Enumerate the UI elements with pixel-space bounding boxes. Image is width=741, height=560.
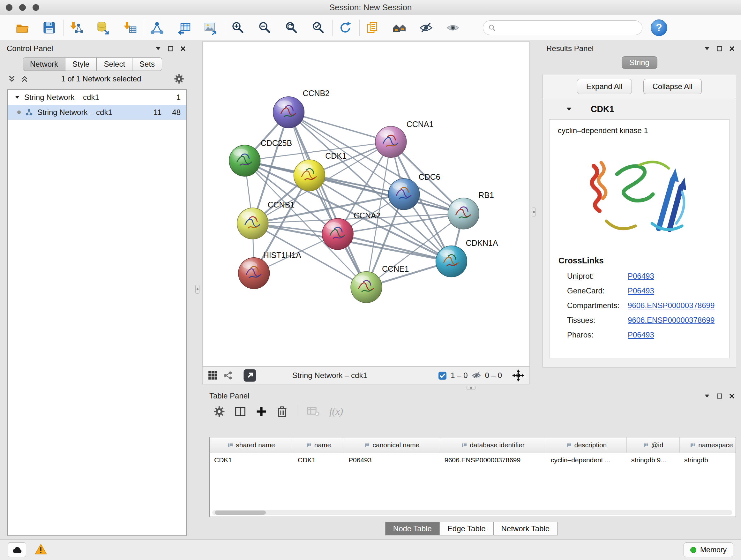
help-button[interactable]: ? (651, 19, 667, 36)
show-columns-icon[interactable] (234, 406, 246, 417)
table-cell[interactable]: P06493 (344, 456, 440, 464)
network-node-hist1h1a[interactable] (239, 258, 270, 289)
table-row[interactable]: CDK1CDK1P064939606.ENSP00000378699cyclin… (210, 453, 736, 467)
column-header-name[interactable]: name (293, 437, 344, 453)
refresh-network-button[interactable] (337, 19, 354, 36)
import-network-from-database-button[interactable] (95, 19, 111, 36)
splitter-handle[interactable] (532, 207, 536, 216)
horizontal-scrollbar[interactable] (212, 510, 732, 515)
zoom-fit-button[interactable] (283, 19, 300, 36)
crosslink-compartments[interactable]: 9606.ENSP00000378699 (628, 301, 715, 310)
open-session-button[interactable] (14, 19, 30, 36)
birds-eye-view-icon[interactable] (208, 370, 218, 381)
save-session-button[interactable] (41, 19, 57, 36)
gear-icon[interactable] (213, 406, 225, 417)
collapse-all-icon[interactable] (8, 75, 16, 83)
column-header-canonical-name[interactable]: canonical name (344, 437, 440, 453)
table-cell[interactable]: CDK1 (210, 456, 293, 464)
column-header-shared-name[interactable]: shared name (210, 437, 293, 453)
layout-button[interactable] (391, 19, 408, 36)
float-panel-icon[interactable] (717, 393, 723, 399)
window-close-button[interactable] (6, 4, 12, 11)
hide-details-button[interactable] (418, 19, 434, 36)
network-node-ccna2[interactable] (322, 219, 353, 250)
tab-string[interactable]: String (622, 56, 657, 69)
tab-network-table[interactable]: Network Table (494, 522, 558, 536)
panel-menu-icon[interactable] (704, 393, 710, 399)
warnings-button[interactable] (35, 543, 47, 556)
new-network-from-selection-button[interactable] (149, 19, 165, 36)
network-node-ccnb1[interactable] (237, 208, 268, 239)
zoom-in-button[interactable] (229, 19, 246, 36)
annotations-button[interactable] (364, 19, 381, 36)
close-panel-icon[interactable] (729, 393, 735, 399)
import-table-from-file-button[interactable] (122, 19, 138, 36)
search-input[interactable] (499, 23, 637, 32)
network-graph[interactable]: CCNB2CCNA1CDC25BCDK1CDC6RB1CCNB1CCNA2CDK… (203, 42, 529, 366)
tab-node-table[interactable]: Node Table (385, 522, 440, 536)
detach-view-icon[interactable] (243, 369, 257, 382)
network-node-ccna1[interactable] (375, 126, 407, 158)
import-network-from-file-button[interactable] (68, 19, 84, 36)
disclosure-triangle-icon[interactable] (566, 106, 572, 112)
splitter-handle[interactable] (467, 386, 475, 390)
collapse-all-button[interactable]: Collapse All (643, 79, 702, 94)
tab-sets[interactable]: Sets (132, 57, 162, 71)
expand-all-button[interactable]: Expand All (577, 79, 631, 94)
network-row[interactable]: String Network – cdk1 11 48 (8, 105, 186, 120)
window-minimize-button[interactable] (19, 4, 26, 11)
zoom-out-button[interactable] (256, 19, 273, 36)
network-node-cdc6[interactable] (388, 179, 420, 210)
column-header-id[interactable]: @id (627, 437, 680, 453)
float-panel-icon[interactable] (717, 46, 723, 52)
tab-select[interactable]: Select (97, 57, 132, 71)
gear-icon[interactable] (174, 74, 184, 84)
network-canvas[interactable]: CCNB2CCNA1CDC25BCDK1CDC6RB1CCNB1CCNA2CDK… (202, 42, 530, 367)
network-node-cdc25b[interactable] (229, 145, 260, 176)
crosslink-tissues[interactable]: 9606.ENSP00000378699 (628, 316, 715, 325)
hidden-eye-slash-icon[interactable] (472, 371, 481, 380)
share-network-icon[interactable] (223, 371, 232, 380)
tab-network[interactable]: Network (23, 57, 65, 71)
panel-menu-icon[interactable] (704, 46, 710, 52)
delete-column-icon[interactable] (277, 406, 287, 418)
crosslink-pharos[interactable]: P06493 (628, 330, 654, 339)
zoom-selected-button[interactable] (310, 19, 327, 36)
selected-checkbox-icon[interactable] (438, 371, 447, 380)
float-panel-icon[interactable] (167, 46, 174, 52)
column-header-description[interactable]: description (546, 437, 627, 453)
panel-menu-icon[interactable] (155, 46, 161, 52)
column-header-database-identifier[interactable]: database identifier (440, 437, 546, 453)
network-node-cdkn1a[interactable] (436, 246, 467, 277)
gene-section-header[interactable]: CDK1 (543, 99, 736, 119)
tab-style[interactable]: Style (65, 57, 97, 71)
splitter-handle[interactable] (195, 285, 199, 294)
network-node-rb1[interactable] (448, 198, 479, 229)
table-cell[interactable]: CDK1 (293, 456, 344, 464)
column-header-namespace[interactable]: namespace (680, 437, 736, 453)
close-panel-icon[interactable] (729, 46, 735, 52)
cloud-button[interactable] (8, 543, 26, 557)
disclosure-triangle-icon[interactable] (15, 95, 20, 100)
network-collection-row[interactable]: String Network – cdk1 1 (8, 90, 186, 105)
scrollbar-thumb[interactable] (215, 510, 266, 515)
table-cell[interactable]: stringdb:9... (627, 456, 680, 464)
table-cell[interactable]: stringdb (680, 456, 736, 464)
close-panel-icon[interactable] (180, 46, 186, 52)
network-node-ccne1[interactable] (351, 272, 382, 303)
pan-crosshair-icon[interactable] (512, 369, 524, 381)
window-zoom-button[interactable] (32, 4, 39, 11)
network-edge[interactable] (288, 112, 366, 287)
expand-all-icon[interactable] (21, 75, 28, 83)
network-node-cdk1[interactable] (293, 160, 325, 191)
crosslink-genecard[interactable]: P06493 (628, 287, 654, 295)
crosslink-uniprot[interactable]: P06493 (628, 272, 654, 281)
show-details-button[interactable] (445, 19, 461, 36)
tab-edge-table[interactable]: Edge Table (440, 522, 494, 536)
export-image-button[interactable] (202, 19, 219, 36)
table-cell[interactable]: 9606.ENSP00000378699 (440, 456, 546, 464)
table-cell[interactable]: cyclin–dependent ... (546, 456, 627, 464)
network-node-ccnb2[interactable] (273, 97, 305, 128)
export-network-button[interactable] (176, 19, 192, 36)
memory-button[interactable]: Memory (684, 543, 733, 557)
